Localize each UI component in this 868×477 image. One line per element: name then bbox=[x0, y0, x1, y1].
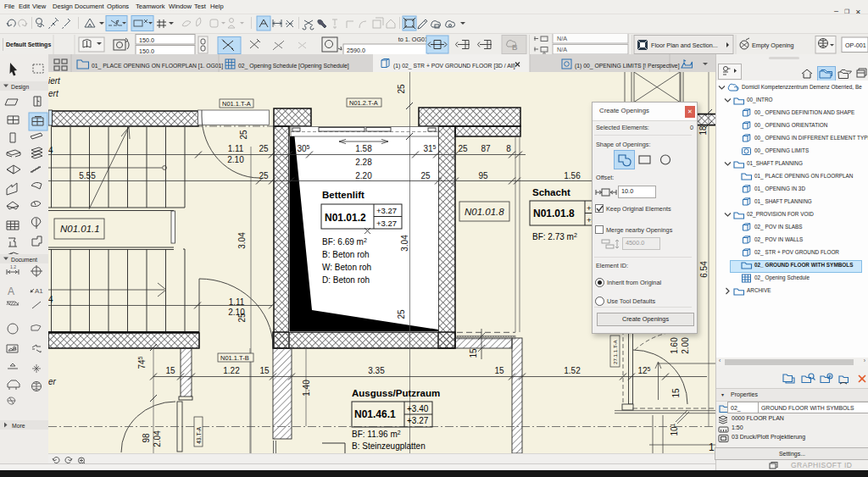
svg-text:A: A bbox=[8, 286, 14, 297]
svg-text:5.55: 5.55 bbox=[79, 171, 96, 180]
svg-text:8: 8 bbox=[506, 144, 511, 153]
svg-text:(1) 00_ OPENING LIMITS [! Pers: (1) 00_ OPENING LIMITS [! Perspective] bbox=[575, 63, 680, 69]
svg-text:iert: iert bbox=[48, 76, 61, 86]
svg-text:95: 95 bbox=[478, 171, 488, 180]
svg-text:ert: ert bbox=[48, 89, 59, 98]
svg-text:2.10: 2.10 bbox=[227, 155, 244, 164]
svg-text:Ausguss/Putzraum: Ausguss/Putzraum bbox=[352, 388, 440, 398]
svg-text:150.0: 150.0 bbox=[139, 36, 154, 44]
svg-text:Design: Design bbox=[11, 84, 29, 91]
svg-text:N01.01.2: N01.01.2 bbox=[325, 212, 366, 224]
svg-text:87: 87 bbox=[481, 144, 491, 153]
svg-text:25: 25 bbox=[397, 309, 406, 319]
svg-text:125: 125 bbox=[637, 366, 650, 375]
svg-text:N01.01.8: N01.01.8 bbox=[533, 208, 575, 219]
svg-text:B: Beton roh: B: Beton roh bbox=[322, 250, 370, 259]
svg-text:B: B bbox=[512, 43, 518, 52]
svg-text:4: 4 bbox=[48, 146, 53, 155]
svg-text:2.00: 2.00 bbox=[681, 337, 690, 354]
svg-text:N/A: N/A bbox=[557, 35, 567, 42]
svg-text:N01.46.1: N01.46.1 bbox=[354, 408, 396, 420]
svg-text:1.60: 1.60 bbox=[670, 337, 679, 354]
svg-text:15: 15 bbox=[494, 366, 504, 375]
svg-text:+3.40: +3.40 bbox=[407, 404, 429, 413]
svg-text:er: er bbox=[48, 377, 57, 386]
svg-text:N/A: N/A bbox=[557, 46, 567, 53]
svg-text:25: 25 bbox=[239, 130, 248, 140]
svg-text:25: 25 bbox=[397, 84, 406, 94]
svg-text:1.2: 1.2 bbox=[10, 264, 16, 269]
svg-text:Document: Document bbox=[11, 257, 37, 263]
svg-text:1.11: 1.11 bbox=[228, 144, 244, 153]
svg-text:15: 15 bbox=[469, 348, 478, 358]
svg-text:6.54: 6.54 bbox=[699, 261, 709, 278]
svg-text:W: Beton roh: W: Beton roh bbox=[322, 263, 371, 272]
svg-text:25: 25 bbox=[259, 144, 269, 153]
svg-text:2.04: 2.04 bbox=[153, 430, 162, 447]
svg-text:Floor Plan and Section...: Floor Plan and Section... bbox=[651, 42, 718, 49]
svg-text:to 1. OG01: to 1. OG01 bbox=[398, 36, 428, 43]
svg-text:D: Beton roh: D: Beton roh bbox=[322, 275, 370, 285]
svg-text:25: 25 bbox=[237, 313, 247, 323]
svg-text:3.04: 3.04 bbox=[237, 232, 247, 249]
svg-text:1.52: 1.52 bbox=[564, 366, 581, 375]
svg-text:N01.1.T-A: N01.1.T-A bbox=[222, 100, 251, 108]
svg-text:1.58: 1.58 bbox=[355, 144, 372, 153]
svg-text:15: 15 bbox=[259, 366, 270, 375]
svg-text:2590.0: 2590.0 bbox=[347, 47, 365, 54]
svg-text:43.T-A: 43.T-A bbox=[196, 427, 202, 444]
svg-text:+3.27: +3.27 bbox=[407, 416, 429, 425]
svg-text:25: 25 bbox=[259, 171, 269, 180]
svg-text:Bettenlift: Bettenlift bbox=[322, 190, 364, 200]
svg-text:+3.27: +3.27 bbox=[376, 206, 397, 215]
svg-text:(1) 02_ STR + POV GROUND FLOOR: (1) 02_ STR + POV GROUND FLOOR [3D / All… bbox=[393, 63, 515, 69]
svg-text:1.22: 1.22 bbox=[223, 366, 240, 375]
svg-text:98: 98 bbox=[142, 433, 151, 443]
svg-text:2.20: 2.20 bbox=[355, 171, 372, 180]
svg-text:101: 101 bbox=[670, 423, 679, 435]
svg-text:OP-001: OP-001 bbox=[845, 42, 866, 49]
svg-text:01_ PLACE OPENING ON FLOORPLAN: 01_ PLACE OPENING ON FLOORPLAN [1. OG01] bbox=[92, 63, 223, 69]
svg-text:B: Steinzeugplatten: B: Steinzeugplatten bbox=[352, 441, 426, 451]
svg-text:25: 25 bbox=[420, 171, 431, 180]
svg-text:4: 4 bbox=[48, 295, 53, 304]
svg-text:N01.01.1: N01.01.1 bbox=[60, 224, 100, 234]
svg-text:BF: 6.69 m2: BF: 6.69 m2 bbox=[322, 237, 367, 247]
svg-text:1: 1 bbox=[709, 441, 715, 453]
svg-text:Default Settings: Default Settings bbox=[6, 42, 51, 48]
svg-text:27.1.1.T-A: 27.1.1.T-A bbox=[612, 340, 618, 364]
svg-text:N01.2.T-A: N01.2.T-A bbox=[349, 99, 378, 107]
svg-text:BF: 11.96 m2: BF: 11.96 m2 bbox=[352, 430, 401, 439]
svg-text:3.35: 3.35 bbox=[368, 366, 385, 375]
svg-text:15: 15 bbox=[671, 388, 681, 398]
svg-text:2.28: 2.28 bbox=[355, 158, 372, 167]
svg-text:+3.27: +3.27 bbox=[376, 219, 397, 228]
svg-text:15: 15 bbox=[165, 366, 175, 375]
svg-text:18: 18 bbox=[698, 125, 708, 136]
svg-text:Schacht: Schacht bbox=[532, 187, 570, 197]
svg-text:02_ Opening Schedule [Opening: 02_ Opening Schedule [Opening Schedule] bbox=[238, 63, 349, 69]
svg-text:More: More bbox=[12, 423, 25, 429]
svg-text:N01.1.T-B: N01.1.T-B bbox=[220, 354, 249, 362]
svg-text:BF: 2.73 m2: BF: 2.73 m2 bbox=[532, 232, 577, 241]
svg-text:25: 25 bbox=[458, 144, 468, 153]
svg-text:N01.01.8: N01.01.8 bbox=[465, 207, 504, 217]
svg-text:A1: A1 bbox=[35, 287, 43, 295]
svg-text:1.56: 1.56 bbox=[564, 171, 581, 180]
svg-text:1.40: 1.40 bbox=[302, 380, 311, 397]
svg-text:Empty Opening: Empty Opening bbox=[752, 42, 794, 49]
svg-text:745: 745 bbox=[137, 356, 147, 369]
svg-text:3.04: 3.04 bbox=[400, 235, 409, 252]
